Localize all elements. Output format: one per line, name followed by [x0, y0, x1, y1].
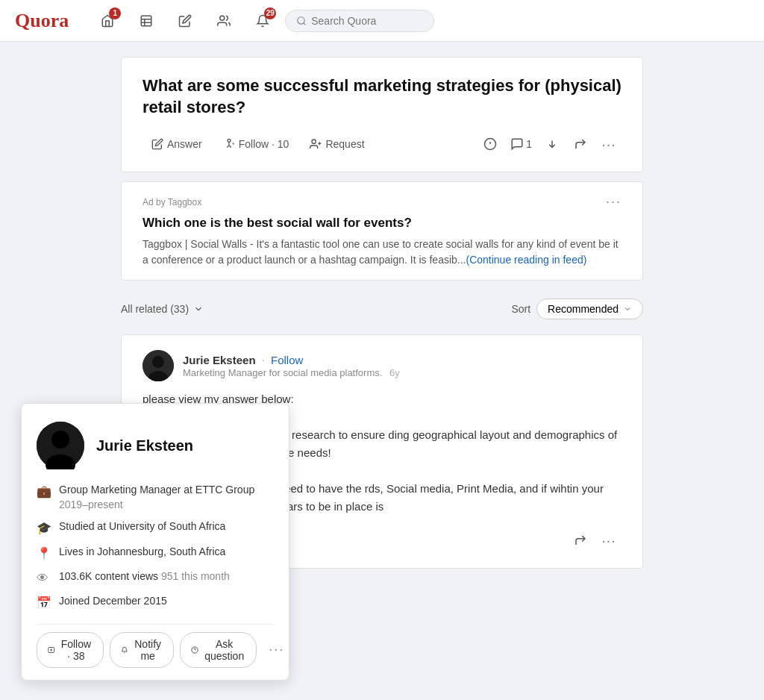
logo[interactable]: Quora — [15, 10, 69, 32]
popup-top: Jurie Eksteen — [37, 422, 274, 469]
ad-label: Ad by Taggbox — [143, 197, 201, 207]
location-icon: 📍 — [37, 546, 51, 562]
answer-share-icon — [574, 534, 587, 547]
share-icon — [574, 137, 587, 151]
popup-avatar — [37, 422, 84, 469]
edit-nav-button[interactable] — [169, 4, 201, 37]
sort-button[interactable]: Recommended — [536, 299, 643, 319]
eye-icon: 👁 — [37, 570, 51, 584]
popup-avatar-image — [37, 422, 84, 469]
more-button[interactable]: ··· — [596, 131, 621, 157]
downvote-icon — [545, 137, 559, 151]
request-icon — [310, 138, 322, 150]
info-button[interactable] — [478, 131, 503, 157]
answer-author-follow[interactable]: Follow — [271, 354, 303, 366]
share-button[interactable] — [568, 131, 593, 157]
popup-info-list: 💼 Group Marketing Manager at ETTC Group … — [37, 483, 274, 584]
list-icon — [140, 14, 153, 28]
briefcase-icon: 💼 — [37, 484, 51, 500]
people-icon — [217, 14, 231, 28]
svg-line-6 — [304, 22, 306, 25]
search-icon — [296, 16, 307, 26]
action-right: 1 ··· — [478, 131, 621, 157]
svg-point-19 — [51, 431, 69, 449]
notifications-badge: 29 — [264, 7, 276, 19]
people-nav-button[interactable] — [207, 4, 240, 37]
popup-location-item: 📍 Lives in Johannesburg, South Africa — [37, 545, 274, 562]
follow-button[interactable]: Follow · 10 — [214, 134, 298, 154]
info-icon — [483, 137, 497, 151]
all-related-button[interactable]: All related (33) — [121, 303, 204, 315]
svg-point-16 — [152, 356, 164, 368]
answer-author-title: Marketing Manager for social media platf… — [183, 367, 400, 378]
avatar-image — [143, 350, 174, 381]
answer-share-button[interactable] — [568, 528, 593, 553]
comment-icon — [510, 137, 524, 151]
svg-rect-0 — [141, 16, 151, 26]
search-input[interactable] — [311, 15, 416, 27]
ad-card: Ad by Taggbox ··· Which one is the best … — [121, 181, 643, 281]
answer-more-button[interactable]: ··· — [596, 528, 621, 553]
svg-point-4 — [220, 16, 225, 20]
answer-button[interactable]: Answer — [143, 134, 211, 154]
graduation-icon: 🎓 — [37, 520, 51, 537]
filter-right: Sort Recommended — [511, 299, 643, 319]
question-title: What are some successful marketing strat… — [143, 75, 621, 118]
answer-author-info: Jurie Eksteen · Follow Marketing Manager… — [183, 354, 400, 378]
popup-views-item: 👁 103.6K content views 951 this month — [37, 569, 274, 584]
downvote-button[interactable] — [539, 131, 565, 157]
follow-icon — [223, 138, 235, 150]
sort-chevron-icon — [623, 304, 632, 313]
chevron-down-icon — [193, 304, 204, 314]
ad-continue-link[interactable]: (Continue reading in feed) — [466, 254, 586, 266]
filter-bar: All related (33) Sort Recommended — [121, 290, 643, 328]
header: Quora 1 29 — [0, 0, 764, 42]
ad-header: Ad by Taggbox ··· — [143, 194, 621, 210]
answer-header: Jurie Eksteen · Follow Marketing Manager… — [143, 350, 621, 381]
popup-job-item: 💼 Group Marketing Manager at ETTC Group … — [37, 483, 274, 512]
svg-point-5 — [298, 16, 304, 23]
ad-title: Which one is the best social wall for ev… — [143, 216, 621, 231]
svg-point-7 — [228, 140, 231, 143]
ad-more-button[interactable]: ··· — [606, 194, 621, 210]
nav: 1 29 — [91, 4, 749, 37]
popup-education-item: 🎓 Studied at University of South Africa — [37, 519, 274, 537]
home-badge: 1 — [109, 7, 121, 19]
answer-nav-button[interactable] — [130, 4, 163, 37]
answer-icon — [151, 138, 163, 150]
answer-author-name: Jurie Eksteen — [183, 354, 256, 366]
question-actions: Answer Follow · 10 Request 1 — [143, 131, 621, 157]
profile-popup: Jurie Eksteen 💼 Group Marketing Manager … — [21, 403, 289, 584]
ad-text: Taggbox | Social Walls - It's a fantasti… — [143, 237, 621, 268]
question-card: What are some successful marketing strat… — [121, 57, 643, 172]
answer-author-avatar — [143, 350, 174, 381]
notifications-nav-button[interactable]: 29 — [246, 4, 279, 37]
popup-name: Jurie Eksteen — [96, 437, 193, 454]
request-button[interactable]: Request — [301, 134, 373, 154]
comment-button[interactable]: 1 — [506, 131, 536, 157]
search-bar[interactable] — [285, 10, 434, 32]
edit-icon — [178, 14, 192, 28]
home-nav-button[interactable]: 1 — [91, 4, 124, 37]
svg-point-8 — [312, 140, 316, 143]
